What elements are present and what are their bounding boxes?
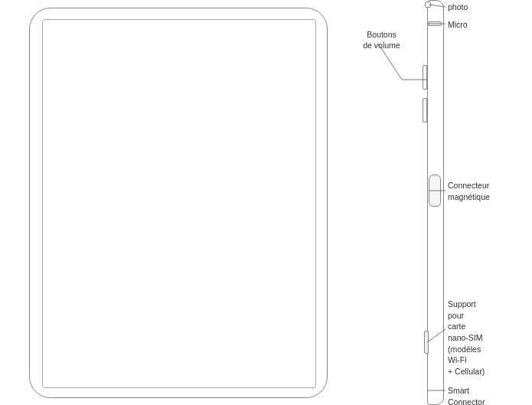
- sim-tray: [424, 331, 429, 354]
- diagram-container: photo Micro Boutonsde volume Connecteurm…: [0, 0, 532, 405]
- magnetic-connector: [429, 175, 441, 207]
- ipad-body: [29, 8, 328, 398]
- micro-label: Micro: [448, 19, 468, 30]
- volume-button-down: [423, 98, 427, 122]
- volume-button-up: [423, 65, 427, 90]
- camera-bump: [425, 2, 431, 8]
- volume-label: Boutonsde volume: [357, 29, 406, 51]
- ipad-screen: [42, 19, 316, 388]
- photo-label: photo: [448, 2, 468, 12]
- smart-connector-label: SmartConnector: [448, 385, 517, 405]
- micro-cutout: [428, 21, 442, 26]
- magnetic-label: Connecteurmagnétique: [448, 180, 517, 202]
- ipad-front: [29, 8, 328, 398]
- sim-label: Supportpourcartenano-SIM(modèlesWi-Fi+ C…: [448, 299, 517, 377]
- ipad-side: [427, 0, 444, 405]
